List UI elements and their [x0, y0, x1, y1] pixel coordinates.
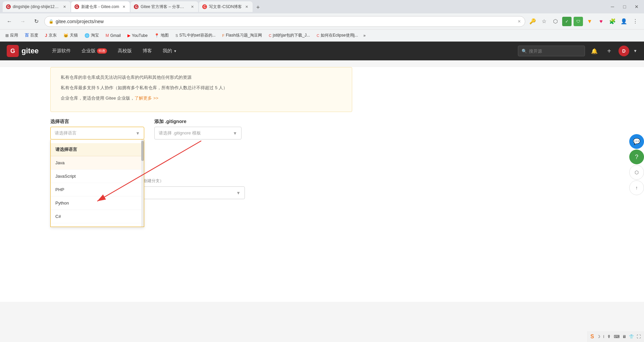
- dropdown-item-javascript[interactable]: JavaScript: [51, 170, 141, 183]
- gitignore-chevron-icon: ▼: [233, 131, 237, 136]
- bookmark-flash[interactable]: F Flash练习题_淘豆网: [220, 31, 265, 40]
- minimize-button[interactable]: ─: [608, 2, 617, 11]
- tab-favicon-2: G: [74, 4, 79, 9]
- language-dropdown-menu: 请选择语言 Java JavaScript PHP: [50, 139, 144, 227]
- close-button[interactable]: ✕: [632, 2, 641, 11]
- profile-icon[interactable]: 👤: [619, 17, 629, 26]
- tab-close-2[interactable]: ✕: [121, 4, 126, 9]
- cast-icon[interactable]: ⬡: [551, 17, 560, 26]
- nav-university[interactable]: 高校版: [112, 42, 137, 60]
- nav-blog[interactable]: 博客: [137, 42, 157, 60]
- bell-icon[interactable]: 🔔: [589, 46, 600, 56]
- bookmark-maps[interactable]: 📍 地图: [152, 31, 171, 40]
- tab-close-4[interactable]: ✕: [244, 4, 249, 9]
- clear-url-icon[interactable]: ✕: [518, 19, 521, 24]
- dropdown-scroll[interactable]: Java JavaScript PHP Python: [51, 156, 141, 223]
- key-icon[interactable]: 🔑: [528, 17, 537, 26]
- help-button[interactable]: ?: [629, 150, 644, 164]
- user-avatar[interactable]: D: [619, 46, 629, 56]
- tab-favicon-3: G: [134, 4, 139, 9]
- bookmark-gmail[interactable]: M Gmail: [103, 32, 123, 39]
- dropdown-header: 请选择语言: [51, 143, 141, 156]
- bookmark-eclipse[interactable]: C 如何在Eclipse使用j...: [314, 31, 361, 40]
- dropdown-scrollbar[interactable]: [141, 139, 144, 227]
- browser-tab-1[interactable]: G dingshijie (ding-shijie123) - G... ✕: [3, 1, 70, 12]
- branch-chevron-icon: ▼: [236, 190, 240, 195]
- form-section: 选择语言 请选择语言 ▼ 请选择语言 Java: [0, 112, 644, 226]
- share-button[interactable]: ⬡: [629, 165, 644, 180]
- coupon-icon[interactable]: ▼: [585, 17, 594, 26]
- tabs-bar: G dingshijie (ding-shijie123) - G... ✕ G…: [3, 1, 606, 12]
- maximize-button[interactable]: □: [620, 2, 629, 11]
- tab-title-4: 写文章-CSDN博客: [209, 4, 242, 10]
- reload-button[interactable]: ↻: [31, 16, 42, 27]
- tab-title-2: 新建仓库 - Gitee.com: [81, 4, 119, 10]
- bookmark-baidu-label: 百度: [30, 33, 38, 38]
- bookmark-jstl[interactable]: C jstl的jar包的下载_J...: [266, 31, 313, 40]
- bookmark-jd[interactable]: J 京东: [42, 31, 59, 40]
- bookmark-youtube[interactable]: ▶ YouTube: [125, 32, 150, 39]
- language-label: 选择语言: [50, 119, 144, 125]
- language-select[interactable]: 请选择语言 ▼: [50, 127, 144, 139]
- tray-s-icon: S: [590, 334, 594, 340]
- plus-icon[interactable]: +: [604, 46, 614, 56]
- chat-icon: 💬: [633, 138, 640, 145]
- tray-dots-icon: ⁞: [603, 334, 604, 339]
- browser-tab-4[interactable]: C 写文章-CSDN博客 ✕: [199, 1, 253, 12]
- dropdown-scrollbar-thumb: [141, 141, 144, 161]
- scroll-top-button[interactable]: ↑: [629, 180, 644, 195]
- search-input[interactable]: [529, 49, 581, 54]
- url-text: gitee.com/projects/new: [56, 19, 516, 24]
- forward-button[interactable]: →: [17, 16, 28, 27]
- language-chevron-icon: ▼: [136, 131, 140, 136]
- tab-close-3[interactable]: ✕: [190, 4, 195, 9]
- browser-tab-2[interactable]: G 新建仓库 - Gitee.com ✕: [71, 1, 130, 12]
- gitignore-select[interactable]: 请选择 .gitignore 模板 ▼: [154, 127, 241, 139]
- back-button[interactable]: ←: [4, 16, 15, 27]
- learn-more-link[interactable]: 了解更多 >>: [135, 96, 158, 101]
- bookmark-taobao-label: 淘宝: [91, 33, 99, 38]
- gitignore-form-group: 添加 .gitignore 请选择 .gitignore 模板 ▼: [154, 119, 241, 139]
- adblock-icon[interactable]: 🛡: [574, 17, 583, 26]
- nav-enterprise[interactable]: 企业版 特惠: [76, 42, 112, 60]
- dropdown-item-python[interactable]: Python: [51, 196, 141, 210]
- dropdown-item-php[interactable]: PHP: [51, 183, 141, 196]
- chat-button[interactable]: 💬: [629, 134, 644, 149]
- baidu-icon: 百: [25, 33, 29, 38]
- system-tray: S ☽ ⁞ 🎙 ⌨ 🖥 👕 ⛶: [587, 331, 644, 342]
- jd-icon: J: [45, 33, 47, 38]
- tab-title-1: dingshijie (ding-shijie123) - G...: [13, 4, 60, 9]
- bookmark-tianmao[interactable]: 🐱 天猫: [61, 31, 80, 40]
- gitee-logo[interactable]: G gitee: [7, 45, 39, 57]
- url-bar[interactable]: 🔒 gitee.com/projects/new ✕: [44, 16, 525, 27]
- dropdown-item-csharp[interactable]: C#: [51, 210, 141, 223]
- browser-tab-3[interactable]: G Gitee 官方博客 – 分享优秀开源... ✕: [130, 1, 198, 12]
- star-icon[interactable]: ☆: [539, 17, 549, 26]
- search-icon: 🔍: [522, 49, 527, 54]
- tab-favicon-4: C: [202, 4, 207, 9]
- extensions-icon[interactable]: ✓: [562, 17, 572, 26]
- address-bar: ← → ↻ 🔒 gitee.com/projects/new ✕ 🔑 ☆ ⬡ ✓…: [0, 13, 644, 30]
- tab-favicon-1: G: [6, 4, 11, 9]
- bookmark-baidu[interactable]: 百 百度: [22, 31, 41, 40]
- search-box[interactable]: 🔍: [518, 46, 585, 56]
- nav-mine[interactable]: 我的 ▼: [157, 42, 182, 60]
- puzzle-icon[interactable]: 🧩: [608, 17, 617, 26]
- new-tab-button[interactable]: +: [253, 3, 263, 12]
- more-button[interactable]: ⋮: [631, 17, 640, 26]
- info-line-3: 企业仓库，更适合使用 Gitee 企业版，了解更多 >>: [61, 95, 342, 102]
- bookmark-more[interactable]: »: [362, 32, 367, 39]
- avatar-arrow: ▼: [633, 49, 637, 53]
- bookmark-taobao[interactable]: 🌐 淘宝: [82, 31, 102, 40]
- jstl-icon: C: [269, 34, 271, 38]
- gmail-icon: M: [106, 33, 109, 38]
- tab-close-1[interactable]: ✕: [62, 4, 67, 9]
- nav-open-source[interactable]: 开源软件: [47, 42, 76, 60]
- bookmark-gmail-label: Gmail: [110, 33, 121, 38]
- bookmark-apps[interactable]: ⊞ 应用: [3, 31, 21, 40]
- dropdown-item-java[interactable]: Java: [51, 156, 141, 170]
- bookmark-maps-label: 地图: [161, 33, 169, 38]
- pink-icon[interactable]: ♥: [596, 17, 606, 26]
- info-line-1: 私有仓库的非仓库成员无法访问该仓库的代码和其他任何形式的资源: [61, 74, 342, 81]
- bookmark-stl[interactable]: S STL中的set容器的...: [173, 31, 218, 40]
